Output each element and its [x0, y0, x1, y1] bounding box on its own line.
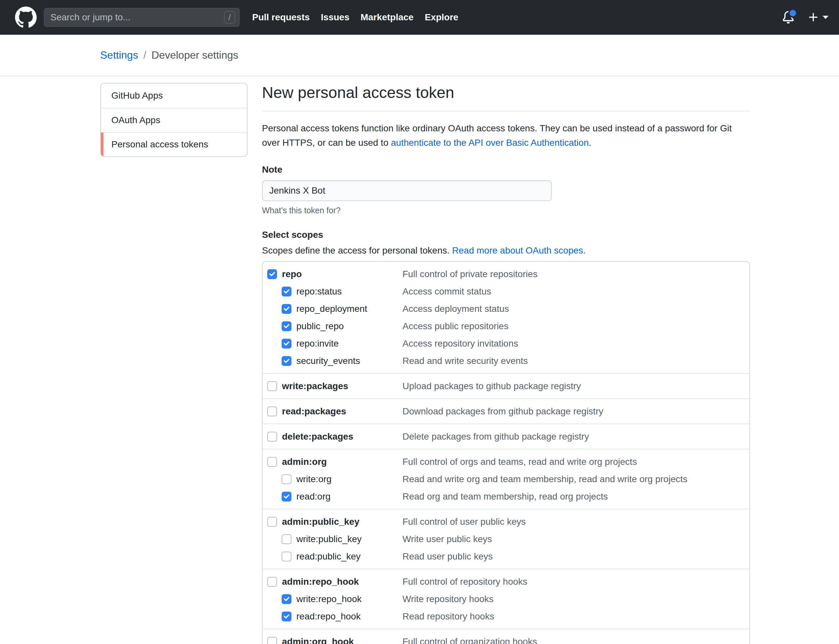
unread-notification-dot — [788, 8, 797, 18]
scope-group-repo: repo Full control of private repositorie… — [263, 262, 749, 373]
intro-text: Personal access tokens function like ord… — [262, 121, 747, 150]
scope-row: repo:invite Access repository invitation… — [263, 335, 749, 352]
create-new-button[interactable] — [808, 12, 829, 23]
breadcrumb-settings-link[interactable]: Settings — [100, 49, 138, 61]
checkbox-read-packages[interactable] — [267, 406, 277, 416]
scope-name: read:org — [296, 491, 330, 502]
scope-row: public_repo Access public repositories — [263, 317, 749, 335]
oauth-scopes-link[interactable]: Read more about OAuth scopes. — [452, 245, 586, 256]
check-icon — [269, 271, 276, 278]
scope-row: write:public_key Write user public keys — [263, 530, 749, 548]
check-icon — [283, 596, 290, 603]
check-icon — [283, 613, 290, 620]
scope-description: Access public repositories — [402, 321, 509, 332]
scope-group-read-packages: read:packages Download packages from git… — [263, 398, 749, 424]
scope-name: delete:packages — [282, 431, 353, 442]
checkbox-read-public-key[interactable] — [282, 552, 291, 562]
basic-auth-link[interactable]: authenticate to the API over Basic Authe… — [391, 138, 589, 148]
scope-description: Full control of private repositories — [402, 269, 537, 279]
checkbox-admin-org[interactable] — [267, 457, 277, 467]
breadcrumb: Settings / Developer settings — [0, 35, 839, 76]
breadcrumb-separator: / — [143, 49, 146, 61]
checkbox-security-events[interactable] — [282, 356, 291, 366]
page-content: GitHub Apps OAuth Apps Personal access t… — [0, 76, 839, 644]
checkbox-repo[interactable] — [267, 269, 277, 279]
checkbox-admin-org-hook[interactable] — [267, 637, 277, 644]
scope-group-admin-repo-hook: admin:repo_hook Full control of reposito… — [263, 568, 749, 629]
github-mark-icon — [15, 7, 37, 28]
scopes-list: repo Full control of private repositorie… — [262, 261, 750, 644]
nav-issues[interactable]: Issues — [321, 12, 350, 23]
scope-description: Full control of user public keys — [402, 517, 526, 527]
scope-row: write:repo_hook Write repository hooks — [263, 590, 749, 608]
select-scopes-header: Select scopes Scopes define the access f… — [262, 230, 750, 256]
scope-name: admin:repo_hook — [282, 577, 359, 587]
search-input[interactable] — [46, 12, 224, 23]
checkbox-repo-status[interactable] — [282, 287, 291, 296]
nav-explore[interactable]: Explore — [425, 12, 458, 23]
scope-row: read:public_key Read user public keys — [263, 548, 749, 565]
note-help: What’s this token for? — [262, 206, 750, 215]
check-icon — [283, 288, 290, 295]
checkbox-read-org[interactable] — [282, 492, 291, 501]
scope-description: Write repository hooks — [402, 594, 494, 605]
scope-name: read:packages — [282, 406, 346, 417]
checkbox-repo-deployment[interactable] — [282, 304, 291, 314]
check-icon — [283, 357, 290, 365]
breadcrumb-current: Developer settings — [152, 49, 238, 61]
plus-icon — [808, 12, 819, 23]
check-icon — [283, 340, 290, 347]
checkbox-delete-packages[interactable] — [267, 432, 277, 442]
check-icon — [283, 493, 290, 500]
github-logo[interactable] — [15, 7, 37, 28]
scope-name: admin:org_hook — [282, 636, 354, 644]
sidebar-item-oauth-apps[interactable]: OAuth Apps — [101, 108, 247, 132]
sidebar-item-personal-access-tokens[interactable]: Personal access tokens — [101, 132, 247, 156]
checkbox-repo-invite[interactable] — [282, 339, 291, 348]
checkbox-write-org[interactable] — [282, 474, 291, 484]
search-box: / — [44, 8, 240, 27]
scope-description: Full control of orgs and teams, read and… — [402, 457, 637, 467]
scope-name: admin:org — [282, 457, 327, 467]
scope-description: Full control of repository hooks — [402, 577, 527, 587]
page-title: New personal access token — [262, 83, 750, 112]
scope-row: repo:status Access commit status — [263, 283, 749, 300]
scope-description: Delete packages from github package regi… — [402, 431, 589, 442]
scope-group-write-packages: write:packages Upload packages to github… — [263, 373, 749, 398]
scope-name: admin:public_key — [282, 517, 360, 527]
scope-row: delete:packages Delete packages from git… — [263, 428, 749, 445]
scope-group-delete-packages: delete:packages Delete packages from git… — [263, 424, 749, 449]
scope-description: Access repository invitations — [402, 338, 518, 349]
checkbox-write-public-key[interactable] — [282, 534, 291, 544]
scope-description: Read user public keys — [402, 551, 493, 562]
scope-name: write:org — [296, 474, 332, 485]
scope-name: public_repo — [296, 321, 344, 332]
scope-name: write:public_key — [296, 534, 361, 544]
nav-pull-requests[interactable]: Pull requests — [252, 12, 310, 23]
nav-marketplace[interactable]: Marketplace — [361, 12, 414, 23]
scope-description: Full control of organization hooks — [402, 636, 537, 644]
scope-name: read:public_key — [296, 551, 361, 562]
scope-description: Access deployment status — [402, 304, 509, 314]
scopes-desc-before: Scopes define the access for personal to… — [262, 245, 452, 256]
note-form-group: Note What’s this token for? — [262, 164, 750, 215]
checkbox-write-packages[interactable] — [267, 381, 277, 391]
header-actions — [782, 11, 829, 24]
sidebar-item-github-apps[interactable]: GitHub Apps — [101, 84, 247, 108]
scope-group-admin-org: admin:org Full control of orgs and teams… — [263, 449, 749, 509]
scope-description: Download packages from github package re… — [402, 406, 603, 417]
checkbox-read-repo-hook[interactable] — [282, 611, 291, 621]
select-scopes-label: Select scopes — [262, 230, 750, 240]
checkbox-admin-public-key[interactable] — [267, 517, 277, 527]
caret-down-icon — [823, 16, 829, 19]
scope-name: repo:status — [296, 286, 342, 297]
scope-name: repo:invite — [296, 338, 338, 349]
scope-row: admin:org_hook Full control of organizat… — [263, 633, 749, 644]
checkbox-admin-repo-hook[interactable] — [267, 577, 277, 586]
note-input[interactable] — [262, 180, 552, 201]
checkbox-write-repo-hook[interactable] — [282, 594, 291, 604]
scope-name: write:packages — [282, 381, 348, 391]
notifications-button[interactable] — [782, 11, 795, 24]
scope-group-admin-public-key: admin:public_key Full control of user pu… — [263, 509, 749, 568]
checkbox-public-repo[interactable] — [282, 321, 291, 331]
